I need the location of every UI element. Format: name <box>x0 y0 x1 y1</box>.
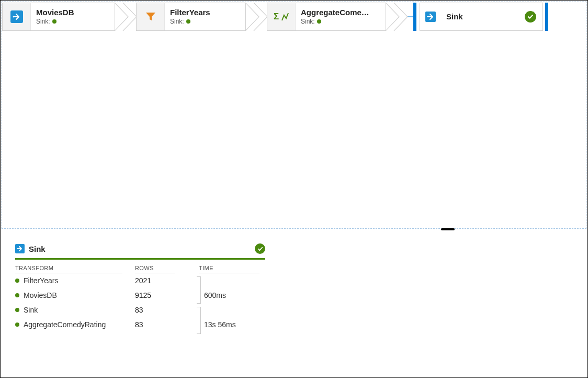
time-bracket-icon <box>197 307 201 334</box>
details-panel: Sink TRANSFORM ROWS TIME FilterYears 202… <box>2 232 586 376</box>
pipeline-graph: MoviesDB Sink: <box>2 2 586 31</box>
column-header-rows[interactable]: ROWS <box>135 264 175 273</box>
pipeline-node-aggregate[interactable]: Σ AggregateComedyR... Sink: <box>267 2 407 31</box>
node-subtitle: Sink: <box>301 18 370 26</box>
pipeline-node-moviesdb[interactable]: MoviesDB Sink: <box>2 2 136 31</box>
time-bracket-icon <box>197 276 201 304</box>
table-row[interactable]: FilterYears 2021 <box>15 273 266 288</box>
pipeline-node-sink[interactable]: Sink <box>413 2 548 31</box>
sink-icon <box>15 244 25 253</box>
sink-icon <box>420 3 441 30</box>
status-dot-icon <box>15 293 19 297</box>
success-check-icon <box>255 243 265 254</box>
column-header-time[interactable]: TIME <box>199 264 259 273</box>
app-root: MoviesDB Sink: <box>0 0 588 378</box>
status-dot-icon <box>186 19 190 24</box>
filter-icon <box>137 3 165 30</box>
node-subtitle: Sink: <box>170 18 210 26</box>
details-title: Sink <box>29 244 46 253</box>
dataflow-canvas[interactable]: MoviesDB Sink: <box>2 2 586 229</box>
details-column-headers: TRANSFORM ROWS TIME <box>15 264 266 273</box>
status-dot-icon <box>15 308 19 312</box>
node-title: FilterYears <box>170 8 210 18</box>
column-header-transform[interactable]: TRANSFORM <box>15 264 122 273</box>
node-title: Sink <box>446 12 463 22</box>
table-row[interactable]: Sink 83 <box>15 303 266 317</box>
panel-resize-handle[interactable] <box>2 229 586 232</box>
aggregate-icon: Σ <box>267 3 296 30</box>
table-row[interactable]: AggregateComedyRating 83 13s 56ms <box>15 317 266 332</box>
status-dot-icon <box>317 19 321 24</box>
chevron-connector-icon <box>386 2 407 31</box>
status-dot-icon <box>15 323 19 327</box>
status-dot-icon <box>15 279 19 283</box>
node-subtitle: Sink: <box>36 18 74 26</box>
node-title: MoviesDB <box>36 8 74 18</box>
details-rows: FilterYears 2021 MoviesDB 9125 600ms Sin… <box>15 273 266 332</box>
details-header: Sink <box>15 243 265 260</box>
success-check-icon <box>525 11 536 23</box>
svg-text:Σ: Σ <box>274 12 279 21</box>
svg-point-1 <box>13 16 14 18</box>
chevron-connector-icon <box>246 2 267 31</box>
status-dot-icon <box>52 19 56 24</box>
pipeline-node-filteryears[interactable]: FilterYears Sink: <box>136 2 267 31</box>
selection-bar-right <box>545 3 548 31</box>
source-icon <box>3 3 31 30</box>
table-row[interactable]: MoviesDB 9125 600ms <box>15 288 266 303</box>
node-title: AggregateComedyR... <box>301 8 370 18</box>
chevron-connector-icon <box>115 2 136 31</box>
